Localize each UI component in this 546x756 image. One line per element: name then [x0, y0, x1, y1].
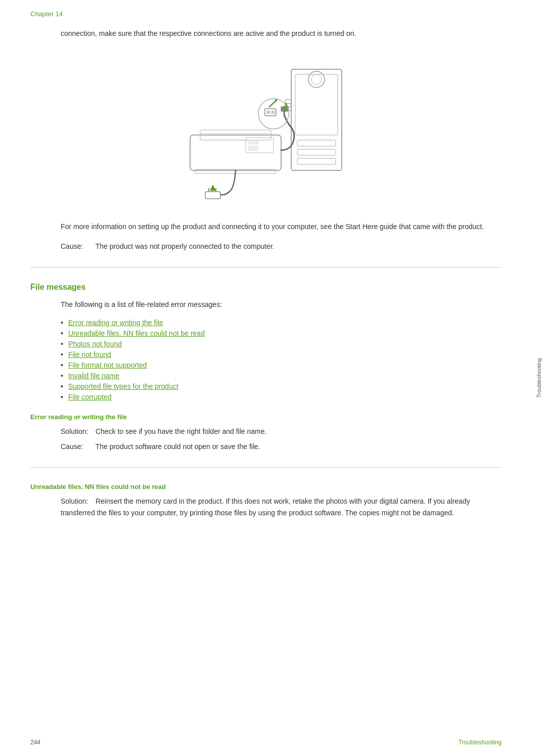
link-photos-not-found[interactable]: Photos not found	[68, 340, 122, 348]
svg-point-7	[308, 71, 325, 87]
svg-rect-1	[295, 74, 338, 135]
svg-rect-2	[297, 140, 336, 146]
section-divider-1	[30, 267, 502, 268]
svg-rect-25	[267, 111, 270, 114]
solution-text-unreadable: Reinsert the memory card in the product.…	[61, 497, 470, 516]
link-error-reading[interactable]: Error reading or writing the file	[68, 319, 163, 327]
solution-line-error-reading: Solution: Check to see if you have the r…	[61, 426, 502, 437]
cause-line-1: Cause: The product was not properly conn…	[61, 241, 502, 252]
cause-text-1: The product was not properly connected t…	[96, 242, 275, 250]
link-invalid-name[interactable]: Invalid file name	[68, 372, 119, 380]
svg-point-8	[311, 74, 322, 84]
svg-line-27	[269, 101, 276, 107]
svg-rect-3	[297, 149, 336, 155]
page-footer: 244 Troubleshooting	[30, 739, 502, 746]
intro-paragraph: connection, make sure that the respectiv…	[61, 28, 502, 39]
svg-rect-26	[271, 111, 275, 114]
file-messages-heading: File messages	[30, 283, 502, 292]
cause-text: The product software could not open or s…	[96, 442, 260, 451]
file-messages-intro: The following is a list of file-related …	[61, 299, 502, 310]
more-info-paragraph: For more information on setting up the p…	[61, 221, 502, 232]
svg-marker-22	[210, 185, 216, 191]
link-supported-types[interactable]: Supported file types for the product	[68, 382, 178, 390]
link-unreadable[interactable]: Unreadable files. NN files could not be …	[68, 329, 205, 337]
file-messages-list: Error reading or writing the file Unread…	[61, 319, 502, 401]
list-item: File corrupted	[61, 393, 502, 401]
error-reading-heading: Error reading or writing the file	[30, 413, 502, 421]
solution-line-unreadable: Solution: Reinsert the memory card in th…	[61, 496, 502, 518]
list-item: File not found	[61, 350, 502, 359]
link-corrupted[interactable]: File corrupted	[68, 393, 112, 401]
cause-line-error-reading: Cause: The product software could not op…	[61, 441, 502, 452]
cause-label: Cause:	[61, 441, 94, 452]
unreadable-files-heading: Unreadable files. NN files could not be …	[30, 483, 502, 491]
list-item: Photos not found	[61, 340, 502, 348]
list-item: Supported file types for the product	[61, 382, 502, 390]
solution-label: Solution:	[61, 426, 94, 437]
solution-text: Check to see if you have the right folde…	[96, 427, 267, 435]
list-item: Unreadable files. NN files could not be …	[61, 329, 502, 337]
cause-label-1: Cause:	[61, 241, 94, 252]
sidebar-label: Troubleshooting	[536, 358, 542, 397]
list-item: Error reading or writing the file	[61, 319, 502, 327]
printer-usb-illustration	[30, 54, 502, 206]
list-item: File format not supported	[61, 361, 502, 369]
svg-rect-18	[205, 192, 220, 199]
svg-rect-12	[248, 140, 258, 144]
list-item: Invalid file name	[61, 372, 502, 380]
link-file-format[interactable]: File format not supported	[68, 361, 147, 369]
svg-rect-4	[297, 158, 336, 164]
page-number: 244	[30, 739, 40, 746]
footer-section-label: Troubleshooting	[458, 739, 502, 746]
chapter-header: Chapter 14	[30, 10, 502, 18]
link-file-not-found[interactable]: File not found	[68, 350, 111, 359]
solution-label-unreadable: Solution:	[61, 496, 94, 507]
svg-rect-13	[248, 146, 258, 150]
section-divider-2	[30, 467, 502, 468]
sidebar: Troubleshooting	[532, 0, 546, 756]
